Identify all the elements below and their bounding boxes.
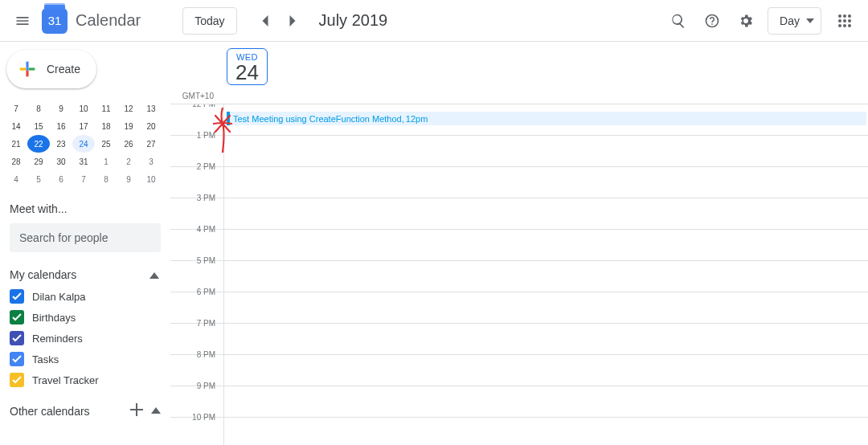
mini-day[interactable]: 6 (50, 170, 72, 188)
mini-day[interactable]: 10 (72, 100, 95, 117)
mini-day[interactable]: 4 (5, 170, 27, 188)
svg-rect-9 (26, 67, 28, 70)
hour-row[interactable]: 6 PM (170, 292, 868, 324)
mini-day[interactable]: 13 (140, 100, 162, 117)
search-people-input[interactable]: Search for people (10, 223, 161, 252)
mini-day[interactable]: 19 (117, 117, 140, 135)
mini-day[interactable]: 18 (95, 117, 117, 135)
mini-day[interactable]: 24 (72, 135, 95, 153)
hour-row[interactable]: 2 PM (170, 167, 868, 198)
settings-icon[interactable] (731, 6, 761, 36)
app-header: 31 Calendar Today July 2019 Day (0, 0, 868, 42)
mini-day[interactable]: 28 (5, 153, 27, 170)
create-button[interactable]: Create (6, 50, 96, 88)
mini-day[interactable]: 16 (50, 117, 72, 135)
svg-point-5 (848, 19, 851, 22)
mini-day[interactable]: 8 (95, 170, 117, 188)
hour-cell[interactable] (223, 386, 868, 417)
mini-day[interactable]: 10 (140, 170, 162, 188)
next-day-button[interactable] (279, 7, 306, 35)
calendar-event[interactable]: Test Meeting using CreateFunction Method… (227, 112, 866, 125)
help-icon[interactable] (697, 6, 727, 36)
calendar-item[interactable]: Birthdays (0, 307, 170, 328)
chevron-up-icon[interactable] (151, 403, 161, 418)
hour-cell[interactable] (223, 198, 868, 229)
search-icon[interactable] (663, 6, 694, 36)
mini-day[interactable]: 20 (140, 117, 162, 135)
hour-label: 7 PM (170, 319, 223, 349)
svg-point-4 (843, 19, 846, 22)
hour-row[interactable]: 1 PM (170, 136, 868, 167)
hour-cell[interactable] (223, 292, 868, 323)
hour-label: 8 PM (170, 350, 223, 381)
day-selector[interactable]: WED 24 (227, 48, 268, 85)
mini-day[interactable]: 7 (5, 100, 27, 117)
mini-day[interactable]: 15 (27, 117, 50, 135)
mini-day[interactable]: 14 (5, 117, 27, 135)
calendar-item[interactable]: Travel Tracker (0, 369, 170, 390)
date-nav (252, 7, 306, 35)
app-title: Calendar (76, 11, 141, 30)
calendar-item[interactable]: Tasks (0, 349, 170, 369)
mini-day[interactable]: 25 (95, 135, 117, 153)
mini-day[interactable]: 9 (50, 100, 72, 117)
hour-cell[interactable] (223, 418, 868, 445)
hour-label: 3 PM (170, 194, 223, 224)
prev-day-button[interactable] (252, 7, 279, 35)
mini-day[interactable]: 5 (27, 170, 50, 188)
hour-cell[interactable] (223, 167, 868, 198)
other-calendars-header[interactable]: Other calendars (0, 390, 170, 422)
mini-day[interactable]: 27 (140, 135, 162, 153)
mini-day[interactable]: 1 (95, 153, 117, 170)
checkbox-icon[interactable] (10, 352, 24, 366)
my-calendars-header[interactable]: My calendars (0, 252, 170, 286)
hour-row[interactable]: 9 PM (170, 386, 868, 418)
mini-day[interactable]: 29 (27, 153, 50, 170)
mini-day[interactable]: 9 (117, 170, 140, 188)
google-apps-icon[interactable] (829, 6, 860, 36)
svg-point-8 (848, 24, 851, 27)
checkbox-icon[interactable] (10, 331, 24, 345)
mini-day[interactable]: 17 (72, 117, 95, 135)
hour-row[interactable]: 4 PM (170, 230, 868, 261)
hour-row[interactable]: 7 PM (170, 324, 868, 355)
main-menu-icon[interactable] (6, 5, 39, 37)
chevron-down-icon (806, 18, 814, 23)
view-switcher[interactable]: Day (768, 7, 821, 35)
add-calendar-icon[interactable] (130, 403, 143, 418)
checkbox-icon[interactable] (10, 310, 24, 325)
hour-row[interactable]: 8 PM (170, 355, 868, 386)
hour-cell[interactable] (223, 355, 868, 386)
hour-row[interactable]: 5 PM (170, 261, 868, 292)
checkbox-icon[interactable] (10, 373, 24, 387)
hour-row[interactable]: 10 PM (170, 418, 868, 445)
svg-point-6 (838, 24, 841, 27)
hour-cell[interactable] (223, 261, 868, 292)
calendar-item[interactable]: Dilan Kalpa (0, 286, 170, 307)
mini-day[interactable]: 11 (95, 100, 117, 117)
mini-day[interactable]: 21 (5, 135, 27, 153)
calendar-item-label: Dilan Kalpa (32, 291, 86, 303)
mini-day[interactable]: 22 (27, 135, 50, 153)
meet-with-label: Meet with... (10, 202, 170, 215)
mini-day[interactable]: 7 (72, 170, 95, 188)
calendar-item[interactable]: Reminders (0, 328, 170, 349)
hour-cell[interactable] (223, 136, 868, 166)
mini-day[interactable]: 12 (117, 100, 140, 117)
app-logo[interactable]: 31 Calendar (42, 8, 141, 34)
hour-row[interactable]: 3 PM (170, 198, 868, 230)
mini-day[interactable]: 3 (140, 153, 162, 170)
chevron-up-icon (149, 268, 159, 281)
hour-cell[interactable] (223, 324, 868, 354)
mini-day[interactable]: 23 (50, 135, 72, 153)
checkbox-icon[interactable] (10, 289, 24, 304)
mini-day[interactable]: 2 (117, 153, 140, 170)
hour-cell[interactable] (223, 230, 868, 260)
mini-day[interactable]: 30 (50, 153, 72, 170)
time-grid[interactable]: 12 PM1 PM2 PM3 PM4 PM5 PM6 PM7 PM8 PM9 P… (170, 104, 868, 445)
mini-day[interactable]: 26 (117, 135, 140, 153)
mini-day[interactable]: 8 (27, 100, 50, 117)
mini-day[interactable]: 31 (72, 153, 95, 170)
today-button[interactable]: Today (182, 7, 236, 35)
current-period-label: July 2019 (319, 11, 388, 30)
